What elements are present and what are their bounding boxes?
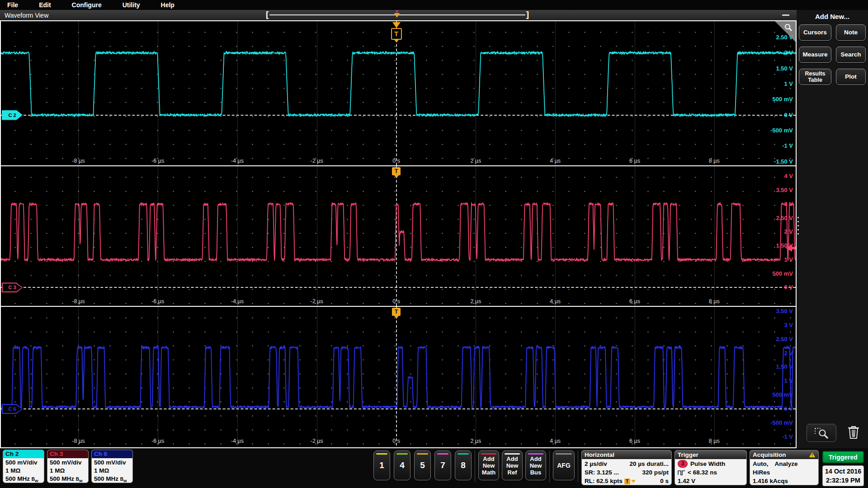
add-new-button-grid: CursorsNoteMeasureSearchResults TablePlo…: [797, 24, 868, 85]
channel-7-button[interactable]: 7: [434, 450, 451, 480]
channel-4-button[interactable]: 4: [394, 450, 410, 480]
channel-badge-ch6[interactable]: Ch 6500 mV/div1 MΩ500 MHz BW: [91, 450, 133, 483]
grip-dots-icon[interactable]: [797, 217, 799, 235]
menu-item-file[interactable]: File: [7, 1, 18, 9]
zoom-mode-button[interactable]: [807, 424, 836, 442]
time-tick-label: 4 µs: [550, 158, 561, 164]
trigger-level-arrow-icon[interactable]: [786, 244, 796, 252]
magnifier-icon: [783, 23, 793, 33]
time-tick-label: -6 µs: [151, 158, 164, 164]
channel-scale: 500 mV/div: [5, 459, 38, 466]
trigger-T-icon[interactable]: T: [391, 308, 402, 319]
time-tick-label: 2 µs: [470, 438, 481, 444]
channel-button-label: 1: [379, 460, 384, 470]
horizontal-scale: 2 µs/div: [585, 460, 607, 468]
acquisition-panel[interactable]: Acquisition Auto, Analyze HiRes 1.416 kA…: [750, 450, 819, 485]
waveform-panels: 2.50 V2 V1.50 V1 V500 mV0 V-500 mV-1 V-1…: [0, 20, 797, 448]
menu-item-utility[interactable]: Utility: [123, 1, 140, 9]
trigger-condition: < 68.32 ns: [688, 468, 717, 477]
waveform-trace-ch2[interactable]: [1, 21, 796, 165]
add-new-search-button[interactable]: Search: [836, 47, 866, 63]
zoom-mode-icon: [812, 427, 830, 439]
channel-scale: 500 mV/div: [94, 459, 126, 466]
add-new-ref-button[interactable]: AddNewRef: [502, 450, 523, 480]
trash-icon[interactable]: [847, 425, 860, 441]
afg-stripe: [556, 453, 572, 455]
axis-label-500mV: 500 mV: [772, 270, 793, 277]
axis-label-3V: 3 V: [784, 201, 793, 207]
axis-label-1.50V: 1.50 V: [776, 65, 793, 72]
horizontal-record-length: RL: 62.5 kpts: [585, 478, 623, 484]
channel-color-stripe: [376, 453, 387, 455]
acquisition-title: Acquisition: [753, 451, 786, 458]
warning-icon: [809, 452, 816, 458]
trigger-title: Trigger: [678, 451, 698, 458]
trigger-type: Pulse Width: [690, 460, 725, 468]
add-new-title: Add New...: [797, 13, 868, 20]
bandwidth-limit-icon: BW: [120, 477, 127, 482]
trigger-box: T: [392, 167, 401, 175]
trigger-panel[interactable]: Trigger 3 Pulse Width < 68.32 ns 1.42 V: [675, 450, 747, 485]
time-tick-label: 0 s: [392, 438, 400, 444]
acquisition-count: 1.416 kAcqs: [753, 477, 788, 485]
horizontal-sample-rate: SR: 3.125 ...: [585, 468, 619, 477]
trigger-T-icon[interactable]: T: [391, 22, 402, 42]
channel-impedance: 1 MΩ: [5, 467, 20, 474]
time-tick-label: 6 µs: [629, 298, 640, 305]
add-new-measure-button[interactable]: Measure: [799, 47, 831, 63]
menu-item-configure[interactable]: Configure: [72, 1, 102, 9]
channel-badge-body: 500 mV/div1 MΩ500 MHz BW: [92, 458, 132, 483]
add-new-cursors-button[interactable]: Cursors: [799, 24, 831, 41]
add-new-note-button[interactable]: Note: [836, 24, 866, 41]
button-stripe: [505, 453, 520, 455]
channel-color-stripe: [437, 453, 448, 455]
time-tick-label: -8 µs: [72, 298, 85, 305]
channel-badge-ch2[interactable]: Ch 2500 mV/div1 MΩ500 MHz BW: [3, 450, 44, 483]
channel-8-button[interactable]: 8: [455, 450, 472, 480]
channel-badge-ch3[interactable]: Ch 3500 mV/div1 MΩ500 MHz BW: [47, 450, 89, 483]
trigger-tail: [394, 316, 399, 319]
record-right-bracket: ]: [526, 9, 529, 19]
channel-1-button[interactable]: 1: [373, 450, 390, 480]
axis-label-500mV: 500 mV: [772, 96, 793, 103]
add-new-bus-button[interactable]: AddNewBus: [525, 450, 546, 480]
time-tick-label: 8 µs: [709, 438, 720, 444]
channel-5-button[interactable]: 5: [414, 450, 431, 480]
waveform-panel-ch6[interactable]: 3.50 V3 V2.50 V2 V1.50 V1 V500 mV0 V-500…: [1, 307, 796, 446]
axis-label-0V: 0 V: [784, 405, 793, 412]
channel-flag-label: C 6: [3, 405, 22, 413]
channel-badge-header: Ch 2: [3, 450, 44, 458]
divider: [475, 450, 475, 482]
menu-item-edit[interactable]: Edit: [39, 1, 51, 9]
channel-impedance: 1 MΩ: [50, 467, 65, 474]
record-view-bar[interactable]: [ T ]: [269, 10, 526, 20]
waveform-panel-ch2[interactable]: 2.50 V2 V1.50 V1 V500 mV0 V-500 mV-1 V-1…: [1, 21, 796, 166]
acquisition-analyze: Analyze: [775, 460, 798, 468]
trigger-level: 1.42 V: [678, 477, 695, 485]
axis-label-500mV: 500 mV: [772, 391, 793, 398]
time-tick-label: 2 µs: [470, 158, 481, 164]
waveform-view-titlebar: Waveform View [ T ]: [0, 10, 797, 20]
channel-number-buttons: 14578: [373, 450, 472, 480]
time-tick-label: -2 µs: [311, 298, 323, 305]
waveform-panel-ch3[interactable]: 4 V3.50 V3 V2.50 V2 V1.50 V1 V500 mV0 V-…: [1, 166, 796, 307]
add-new-math-button[interactable]: AddNewMath: [478, 450, 499, 480]
menu-item-help[interactable]: Help: [161, 1, 175, 9]
time-tick-label: -8 µs: [72, 158, 85, 164]
channel-flag-label: C 2: [3, 111, 22, 119]
trigger-T-icon[interactable]: T: [391, 167, 402, 178]
axis-label--500mV: -500 mV: [770, 419, 793, 426]
channel-button-label: 8: [461, 460, 466, 470]
minimize-icon[interactable]: [782, 14, 789, 16]
waveform-trace-ch6[interactable]: [1, 307, 796, 446]
time-tick-label: -2 µs: [311, 158, 323, 164]
add-new-results-table-button[interactable]: Results Table: [799, 69, 831, 85]
horizontal-panel[interactable]: Horizontal 2 µs/div 20 µs durati... SR: …: [581, 450, 672, 485]
afg-button[interactable]: AFG: [553, 450, 575, 480]
horizontal-resolution: 320 ps/pt: [642, 468, 669, 477]
trigger-position-indicator[interactable]: T: [394, 11, 400, 19]
axis-label-1V: 1 V: [784, 80, 793, 87]
button-stripe: [528, 453, 543, 455]
add-new-plot-button[interactable]: Plot: [836, 69, 866, 85]
waveform-trace-ch3[interactable]: [1, 166, 796, 306]
